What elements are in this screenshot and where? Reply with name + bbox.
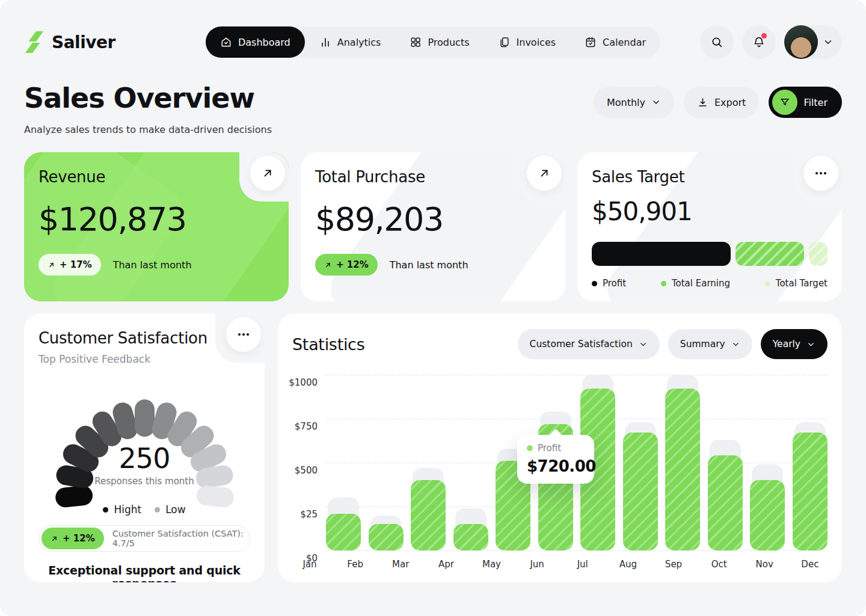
bar-profit-mar[interactable]	[411, 480, 446, 550]
period-select[interactable]: Monthly	[594, 87, 674, 118]
x-axis-label-sep: Sep	[656, 559, 691, 570]
y-axis-tick: $0	[306, 553, 318, 564]
arrow-up-right-icon	[538, 167, 551, 180]
brand-name: Saliver	[52, 32, 115, 52]
y-axis-tick: $1000	[289, 377, 318, 388]
x-axis-label-oct: Oct	[702, 559, 737, 570]
x-axis-label-jun: Jun	[520, 559, 554, 570]
download-icon	[697, 97, 708, 108]
arrow-up-right-icon	[48, 261, 55, 269]
card-notch	[215, 313, 265, 363]
bar-profit-apr[interactable]	[453, 524, 488, 550]
revenue-delta-value: + 17%	[60, 259, 92, 270]
gauge-legend-item: Hight	[103, 504, 141, 516]
legend-dot	[103, 507, 108, 513]
period-select-label: Monthly	[607, 97, 645, 108]
customer-satisfaction-menu-button[interactable]	[226, 317, 261, 352]
tooltip-value: $720.00	[527, 457, 585, 475]
csat-delta-badge: + 12%	[41, 528, 104, 549]
filter-select-label: Customer Satisfaction	[530, 339, 633, 350]
filter-select-summary[interactable]: Summary	[668, 329, 752, 359]
more-dots-icon	[814, 166, 828, 180]
x-axis-label-nov: Nov	[747, 559, 782, 570]
bar-profit-sep[interactable]	[665, 389, 700, 550]
satisfaction-gauge: 250 Responses this month	[38, 371, 250, 501]
total-purchase-card: Total Purchase $89,203 + 12% Than last m…	[301, 152, 565, 301]
nav-item-dashboard[interactable]: Dashboard	[206, 26, 305, 58]
legend-label: Profit	[603, 278, 626, 289]
filter-select-label: Summary	[680, 339, 725, 350]
home-icon	[220, 36, 232, 48]
sales-dashboard-page: Saliver DashboardAnalyticsProductsInvoic…	[0, 0, 866, 616]
revenue-card: Revenue $120,873 + 17% Than last month	[24, 152, 289, 301]
filter-button-label: Filter	[803, 97, 828, 108]
bar-profit-dec[interactable]	[793, 433, 828, 550]
csat-row: + 12% Customer Satisfaction (CSAT): 4.7/…	[38, 525, 250, 552]
export-button[interactable]: Export	[684, 87, 759, 118]
total-purchase-delta-badge: + 12%	[315, 254, 378, 276]
sales-target-menu-button[interactable]	[803, 156, 838, 191]
nav-item-label: Products	[428, 37, 469, 48]
bar-column-oct	[708, 375, 743, 550]
calendar-icon	[585, 36, 597, 48]
x-axis-label-may: May	[474, 559, 509, 570]
filter-select-customer-satisfaction[interactable]: Customer Satisfaction	[518, 329, 660, 359]
bar-profit-nov[interactable]	[750, 480, 785, 550]
search-icon	[710, 35, 723, 49]
legend-item: Total Target	[765, 278, 828, 289]
bar-column-nov	[750, 375, 785, 550]
legend-label: Total Target	[776, 278, 828, 289]
card-notch	[793, 152, 842, 202]
bar-profit-aug[interactable]	[623, 433, 658, 550]
page-subtitle: Analyze sales trends to make data-driven…	[24, 124, 272, 135]
chart-y-axis: $1000$750$500$25$0	[292, 375, 326, 550]
bar-profit-jan[interactable]	[326, 514, 361, 550]
avatar	[784, 25, 818, 59]
total-purchase-expand-button[interactable]	[527, 156, 562, 191]
x-axis-label-jul: Jul	[565, 559, 600, 570]
total-purchase-delta-value: + 12%	[336, 259, 369, 270]
user-menu[interactable]	[784, 25, 842, 59]
statistics-chart: $1000$750$500$25$0 Profit $720.00	[292, 375, 828, 550]
sales-target-progress	[592, 242, 828, 266]
saliver-logo-icon	[24, 31, 45, 54]
filter-select-label: Yearly	[773, 339, 800, 350]
page-header: Sales Overview Analyze sales trends to m…	[24, 82, 842, 135]
chevron-down-icon	[731, 340, 740, 349]
bar-profit-oct[interactable]	[708, 455, 743, 550]
sales-target-card: Sales Target $50,901 ProfitTotal Earning…	[577, 152, 842, 301]
nav-item-label: Analytics	[337, 37, 381, 48]
statistics-card: Statistics Customer SatisfactionSummaryY…	[278, 313, 842, 582]
card-notch	[516, 152, 565, 202]
bar-column-jan	[326, 375, 361, 550]
revenue-expand-button[interactable]	[250, 156, 285, 191]
filter-select-yearly[interactable]: Yearly	[761, 329, 828, 359]
x-axis-label-mar: Mar	[383, 559, 418, 570]
nav-item-calendar[interactable]: Calendar	[570, 26, 660, 58]
card-notch	[239, 152, 289, 202]
bar-column-mar	[411, 375, 446, 550]
search-button[interactable]	[700, 25, 734, 59]
bar-column-feb	[369, 375, 404, 550]
chart-tooltip: Profit $720.00	[517, 435, 594, 484]
gridline	[326, 550, 828, 551]
bar-profit-feb[interactable]	[369, 524, 404, 550]
legend-label: Hight	[114, 504, 141, 516]
notifications-button[interactable]	[742, 25, 776, 59]
tooltip-series-dot	[527, 445, 533, 451]
filter-button[interactable]: Filter	[769, 87, 842, 118]
legend-label: Low	[165, 504, 185, 516]
nav-item-products[interactable]: Products	[395, 26, 484, 58]
total-purchase-value: $89,203	[315, 200, 551, 238]
customer-satisfaction-subtitle: Top Positive Feedback	[38, 353, 250, 365]
brand-logo[interactable]: Saliver	[24, 31, 115, 54]
bar-column-sep	[665, 375, 700, 550]
chart-plot-area: Profit $720.00	[326, 375, 828, 550]
nav-item-label: Dashboard	[238, 37, 290, 48]
csat-footnote: Exceptional support and quick responses	[38, 564, 250, 582]
bar-column-dec	[793, 375, 828, 550]
nav-item-invoices[interactable]: Invoices	[484, 26, 571, 58]
legend-label: Total Earning	[672, 278, 730, 289]
export-button-label: Export	[714, 97, 746, 108]
nav-item-analytics[interactable]: Analytics	[305, 26, 396, 58]
